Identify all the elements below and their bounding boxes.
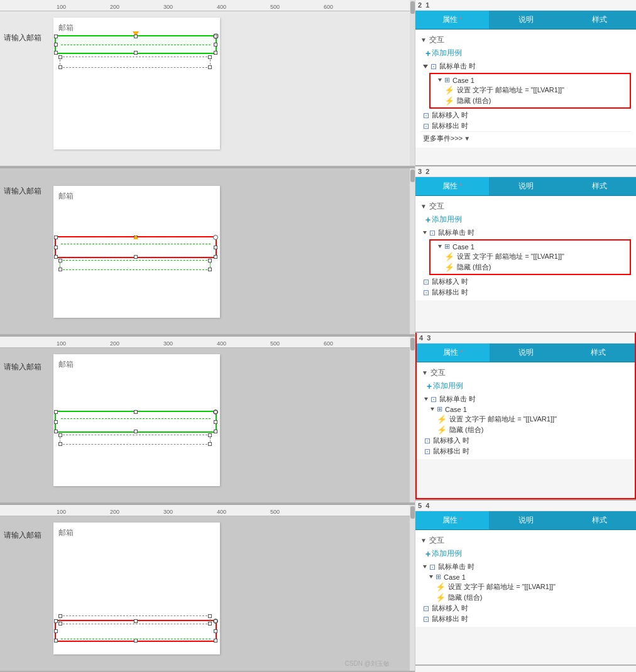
mouse-icon-4: ⊡ [429,563,436,572]
scrollbar-thumb-2[interactable] [410,170,415,182]
plus-icon-2: + [425,215,430,225]
more-events-1[interactable]: 更多事件>>> ▼ [420,131,631,145]
add-usecase-1[interactable]: + 添加用例 [420,46,631,61]
interaction-header-3: ▼ 交互 [422,365,630,379]
event-tree-2: ⊡ 鼠标单击 时 ⊞ Case 1 ⚡ 设置 文字于 邮箱地址 = "[[LVA… [420,227,631,298]
mouse-click-event-3[interactable]: ⊡ 鼠标单击 时 [424,394,630,404]
case-expand-2 [438,245,442,248]
scrollbar-1[interactable] [410,0,415,166]
case1-3[interactable]: ⊞ Case 1 [424,404,630,414]
action-icon-3a: ⚡ [437,415,447,424]
tab-description-2[interactable]: 说明 [489,177,562,195]
r4-br [214,639,217,642]
case1-1[interactable]: ⊞ Case 1 [432,75,628,85]
expand-icon-4 [423,565,427,568]
scrollbar-thumb-3[interactable] [410,338,415,350]
action1-3: ⚡ 设置 文字于 邮箱地址 = "[[LVAR1]]" [424,414,630,425]
add-usecase-3[interactable]: + 添加用例 [422,379,630,394]
g3-tm [134,410,138,414]
red-case-box-1: ⊞ Case 1 ⚡ 设置 文字于 邮箱地址 = "[[LVAR1]]" ⚡ 隐… [429,73,631,109]
action1-4: ⚡ 设置 文字于 邮箱地址 = "[[LVAR1]]" [423,582,631,592]
case-icon-1: ⊞ [444,76,450,84]
mouse-icon-1: ⊡ [430,62,437,71]
case1-4[interactable]: ⊞ Case 1 [423,572,631,582]
tab-style-3[interactable]: 样式 [562,344,635,362]
panel-num-main-2: 3 [418,168,422,175]
scrollbar-3[interactable] [410,337,415,502]
scrollbar-2[interactable] [410,168,415,334]
panel-num-sub-2: 2 [425,168,429,175]
event-tree-1: ⊡ 鼠标单击 时 ⊞ Case 1 ⚡ 设置 文字于 邮箱地址 = "[[LVA… [420,61,631,131]
panel-number-row-4: 5 4 [415,501,636,511]
ruler-1: 100 200 300 400 500 600 [0,0,410,11]
case1-2[interactable]: ⊞ Case 1 [432,242,628,251]
canvas-frame-3: 邮箱 [53,354,220,486]
r4-ml [54,629,58,633]
dashed-handle-tr-1 [208,55,212,59]
sel-green-3[interactable] [55,411,217,433]
panel-tabs-4: 属性 * 说明 样式 [415,511,636,530]
dashed-handle-br-1 [208,65,212,69]
panel-section-3: 4 3 属性 * 说明 样式 ▼ 交互 + 添加用例 ⊡ [415,333,636,499]
tab-style-2[interactable]: 样式 [562,177,636,195]
panel-num-main-4: 5 [418,502,422,509]
add-usecase-4[interactable]: + 添加用例 [420,547,631,561]
panel-body-3: ▼ 交互 + 添加用例 ⊡ 鼠标单击 时 ⊞ Case 1 ⚡ [417,362,635,459]
tab-style-4[interactable]: 样式 [562,511,636,529]
handle-tm-1 [134,35,138,38]
email-label-4: 邮箱 [58,528,74,538]
expand-icon-2 [423,231,427,234]
tab-description-4[interactable]: 说明 [489,511,562,529]
action2-2: ⚡ 隐藏 (组合) [432,262,628,273]
tab-description-1[interactable]: 说明 [489,11,562,29]
action-icon-1a: ⚡ [444,85,454,95]
inner-dashed-4 [60,615,211,624]
add-usecase-2[interactable]: + 添加用例 [420,213,631,227]
scrollbar-thumb-4[interactable] [410,506,415,519]
mouse-enter-1[interactable]: ⊡ 鼠标移入 时 [423,110,631,121]
mouse-enter-4[interactable]: ⊡ 鼠标移入 时 [423,603,631,614]
email-label-2: 邮箱 [58,191,74,202]
tab-style-1[interactable]: 样式 [562,11,636,29]
mouse-leave-1[interactable]: ⊡ 鼠标移出 时 [423,121,631,131]
handle-bm-1 [134,51,138,55]
mouse-leave-2[interactable]: ⊡ 鼠标移出 时 [423,287,631,298]
id3-bl [58,442,62,446]
mouse-click-event-2[interactable]: ⊡ 鼠标单击 时 [423,227,631,238]
action2-3: ⚡ 隐藏 (组合) [424,425,630,435]
tab-properties-1[interactable]: 属性 * [415,11,489,29]
mouse-leave-3[interactable]: ⊡ 鼠标移出 时 [424,446,630,457]
canvas-section-2: 请输入邮箱 邮箱 [0,167,415,335]
tab-dot-1: * [459,16,462,23]
tab-description-3[interactable]: 说明 [490,344,562,362]
sel-red-2[interactable] [55,236,217,258]
mouse-click-event-1[interactable]: ⊡ 鼠标单击 时 [423,61,631,72]
selection-box-green-1[interactable] [55,35,217,54]
panel-num-main-3: 4 [419,334,423,342]
mouse-enter-3[interactable]: ⊡ 鼠标移入 时 [424,435,630,446]
panel-num-sub-1: 1 [425,1,429,9]
action1-2: ⚡ 设置 文字于 邮箱地址 = "[[LVAR1]]" [432,251,628,262]
id3-br [208,442,212,446]
mouse-leave-4[interactable]: ⊡ 鼠标移出 时 [423,614,631,624]
scrollbar-thumb-1[interactable] [410,1,415,14]
tab-dot-3: * [461,349,463,356]
interaction-header-2: ▼ 交互 [420,198,631,213]
mouse-click-event-4[interactable]: ⊡ 鼠标单击 时 [423,561,631,572]
handle-tl-1 [54,35,58,38]
leave-icon-3: ⊡ [424,447,430,456]
tab-properties-3[interactable]: 属性 * [417,344,490,362]
left-label-3: 请输入邮箱 [4,362,41,372]
enter-icon-4: ⊡ [423,604,429,613]
tab-properties-2[interactable]: 属性 * [415,177,489,195]
expand-icon-1 [423,65,428,68]
scrollbar-4[interactable] [410,505,415,671]
tab-properties-4[interactable]: 属性 * [415,511,489,529]
handle-br-1 [214,51,217,55]
mouse-icon-2: ⊡ [429,229,436,237]
r2-bm [134,255,138,259]
interaction-header-4: ▼ 交互 [420,533,631,547]
panel-body-2: ▼ 交互 + 添加用例 ⊡ 鼠标单击 时 ⊞ Case 1 [415,196,636,300]
left-label-1: 请输入邮箱 [4,33,41,43]
mouse-enter-2[interactable]: ⊡ 鼠标移入 时 [423,276,631,287]
